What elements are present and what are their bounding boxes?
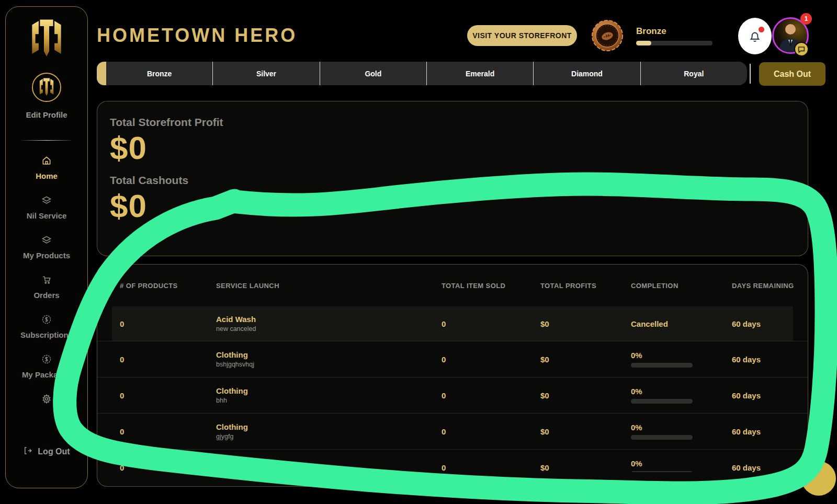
logout-button[interactable]: Log Out <box>6 446 87 457</box>
logout-label: Log Out <box>38 447 70 456</box>
tier-progress-track <box>636 41 712 45</box>
sidebar-item-label: Nil Service <box>27 211 67 220</box>
service-name: Clothing <box>216 422 442 431</box>
service-subtitle: bshjgqhsvhqj <box>216 361 442 368</box>
service-name: Clothing <box>216 350 442 359</box>
cell-sold: 0 <box>442 355 540 364</box>
cell-completion: 0% <box>631 351 732 368</box>
cell-sold: 0 <box>442 391 540 400</box>
cell-sold: 0 <box>442 427 540 436</box>
service-name: Clothing <box>216 386 442 395</box>
total-cashouts-label: Total Cashouts <box>110 174 808 187</box>
sidebar-item-nil-service[interactable]: Nil Service <box>27 195 67 220</box>
column-header: DAYS REMAINING <box>732 282 795 290</box>
cell-profits: $0 <box>540 355 631 364</box>
sidebar-item-subscriptions[interactable]: Subscriptions <box>20 314 73 339</box>
dollar-badge-icon <box>41 354 52 366</box>
cell-sold: 0 <box>442 319 540 328</box>
cell-products: 0 <box>120 427 216 436</box>
table-row[interactable]: 0 Clothing bhh 0 $0 0% 60 days <box>97 377 808 413</box>
cell-completion: 0% <box>631 423 732 440</box>
completion-progress-track <box>631 435 693 440</box>
cell-products: 0 <box>120 391 216 400</box>
service-subtitle: bhh <box>216 397 442 404</box>
sidebar: Edit Profile HomeNil ServiceMy ProductsO… <box>5 6 88 488</box>
cart-icon <box>41 274 52 287</box>
tab-silver[interactable]: Silver <box>213 62 320 85</box>
sidebar-item-orders[interactable]: Orders <box>33 274 59 300</box>
column-header: # OF PRODUCTS <box>120 282 216 290</box>
layers-icon <box>41 195 52 208</box>
total-cashouts-value: $0 <box>110 189 808 223</box>
cell-profits: $0 <box>540 319 631 328</box>
tier-progress: Bronze <box>636 26 712 45</box>
support-fab-button[interactable] <box>801 461 836 496</box>
tabstrip-separator <box>750 64 751 84</box>
tab-royal[interactable]: Royal <box>641 62 747 85</box>
table-row[interactable]: 0 Clothing gjygfg 0 $0 0% 60 days <box>97 414 808 449</box>
table-header-row: # OF PRODUCTSSERVICE LAUNCHTOTAL ITEM SO… <box>97 265 808 306</box>
service-subtitle: new canceled <box>216 325 442 333</box>
avatar-badge-count: 1 <box>800 13 812 25</box>
column-header: COMPLETION <box>631 282 732 290</box>
cell-service: Clothing gjygfg <box>216 422 442 440</box>
table-row[interactable]: 0 Acid Wash new canceled 0 $0 Cancelled … <box>112 306 793 341</box>
service-name: Acid Wash <box>216 315 442 324</box>
service-subtitle: gjygfg <box>216 433 442 440</box>
logout-icon <box>23 446 32 457</box>
services-table-card: # OF PRODUCTSSERVICE LAUNCHTOTAL ITEM SO… <box>97 264 808 487</box>
edit-profile-button[interactable]: Edit Profile <box>26 110 67 119</box>
cell-service: Clothing bhh <box>216 386 442 404</box>
bronze-medal-icon <box>591 17 624 56</box>
tab-diamond[interactable]: Diamond <box>534 62 640 85</box>
visit-storefront-button[interactable]: VISIT YOUR STOREFRONT <box>467 25 577 46</box>
table-row[interactable]: 0 0 $0 0% 60 days <box>97 450 808 472</box>
layers-icon <box>41 235 52 247</box>
cell-profits: $0 <box>540 391 631 400</box>
profile-logo-icon[interactable] <box>32 73 61 102</box>
cell-completion: 0% <box>631 387 732 404</box>
tab-gold[interactable]: Gold <box>320 62 427 85</box>
cell-products: 0 <box>120 355 216 364</box>
sidebar-divider <box>21 140 72 141</box>
cell-days: 60 days <box>732 391 795 400</box>
brand-title: HOMETOWN HERO <box>97 24 297 47</box>
column-header: TOTAL ITEM SOLD <box>442 282 540 290</box>
tier-label: Bronze <box>636 26 712 37</box>
cell-days: 60 days <box>732 319 793 328</box>
sidebar-item-label: Orders <box>33 291 59 300</box>
sidebar-item-label: Home <box>36 171 58 180</box>
cell-completion: 0% <box>631 459 732 472</box>
completion-value: 0% <box>631 351 732 360</box>
brand-logo-icon <box>27 18 66 61</box>
cell-products: 0 <box>120 319 216 328</box>
storefront-profit-value: $0 <box>110 131 808 165</box>
sidebar-item-home[interactable]: Home <box>36 155 58 180</box>
sidebar-item-settings[interactable] <box>41 394 52 406</box>
sidebar-item-label: My Products <box>23 251 70 260</box>
stats-card: Total Storefront Profit $0 Total Cashout… <box>97 101 808 256</box>
cell-days: 60 days <box>732 427 795 436</box>
cell-days: 60 days <box>732 463 795 472</box>
tab-bronze[interactable]: Bronze <box>106 62 213 85</box>
sidebar-item-my-products[interactable]: My Products <box>23 235 70 260</box>
chat-bubble-icon[interactable] <box>794 42 809 56</box>
completion-value: 0% <box>631 459 732 468</box>
notification-unread-dot <box>759 27 764 32</box>
cell-products: 0 <box>120 463 216 472</box>
sidebar-nav: HomeNil ServiceMy ProductsOrdersSubscrip… <box>6 155 87 421</box>
home-icon <box>41 155 52 168</box>
cash-out-button[interactable]: Cash Out <box>759 62 825 86</box>
completion-progress-track <box>631 399 693 404</box>
storefront-profit-label: Total Storefront Profit <box>110 116 808 129</box>
sidebar-item-my-packages[interactable]: My Packages <box>22 354 71 379</box>
cell-completion: Cancelled <box>631 319 732 328</box>
sidebar-item-label: My Packages <box>22 370 71 379</box>
sidebar-item-label: Subscriptions <box>20 330 73 339</box>
completion-value: 0% <box>631 423 732 432</box>
tier-progress-fill <box>636 41 651 45</box>
table-row[interactable]: 0 Clothing bshjgqhsvhqj 0 $0 0% 60 days <box>97 341 808 377</box>
completion-value: 0% <box>631 387 732 396</box>
tab-emerald[interactable]: Emerald <box>427 62 534 85</box>
notifications-button[interactable] <box>738 18 772 54</box>
